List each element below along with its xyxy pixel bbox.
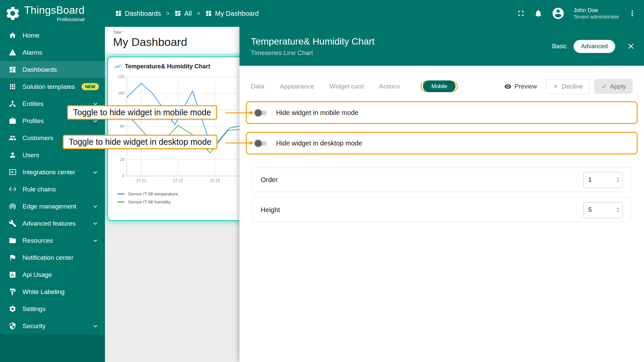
sidebar-item-label: Profiles [22, 117, 44, 125]
sidebar-item-label: Rule chains [22, 186, 56, 193]
sidebar-item-notification-center[interactable]: Notification center [0, 249, 105, 266]
sidebar-item-label: Dashboards [22, 66, 57, 73]
sidebar-item-settings[interactable]: Settings [0, 300, 105, 317]
sidebar-item-label: Api Usage [22, 271, 52, 279]
svg-text:17:21: 17:21 [136, 178, 146, 183]
sidebar-item-label: Resources [22, 237, 53, 244]
details-title: Temperature& Humidity Chart [251, 36, 375, 47]
timeseries-chart: 02040608010012017:2117:2217:23 [114, 74, 239, 186]
home-icon [9, 32, 16, 39]
notifications-bell-icon[interactable] [534, 9, 543, 18]
callout-connector-line [225, 142, 253, 143]
height-field-label: Height [261, 206, 280, 214]
sidebar: Home Alarms Dashboards Solution template… [0, 27, 105, 362]
decline-button[interactable]: Decline [546, 79, 590, 94]
order-stepper[interactable]: ▲▼ [616, 172, 623, 188]
hide-widget-desktop-toggle[interactable] [255, 140, 267, 147]
details-subtitle: Timeseries Line Chart [251, 49, 375, 57]
logo-title: ThingsBoard [24, 5, 85, 15]
legend-label: Sensor IT-56 humidity [128, 199, 170, 204]
chevron-down-icon [92, 169, 99, 176]
sidebar-item-api-usage[interactable]: Api Usage [0, 266, 105, 283]
tab-actions[interactable]: Actions [379, 83, 400, 90]
logo-subtitle: Professional [57, 16, 85, 22]
sidebar-item-dashboards[interactable]: Dashboards [0, 61, 105, 78]
dashboard-title-input[interactable]: My Dashboard [113, 36, 239, 49]
required-asterisk: * [121, 30, 123, 35]
flag-icon [9, 254, 16, 261]
kebab-menu-icon[interactable] [628, 9, 637, 18]
dashboard-icon [174, 10, 181, 17]
fullscreen-icon[interactable] [517, 9, 525, 18]
tab-data[interactable]: Data [251, 83, 264, 90]
sidebar-item-label: Users [22, 152, 39, 159]
breadcrumb-label: All [184, 10, 192, 17]
tab-appearance[interactable]: Appearance [280, 83, 314, 90]
svg-text:100: 100 [118, 91, 124, 96]
chevron-down-icon [92, 203, 99, 210]
order-field-label: Order [261, 176, 278, 184]
code-brackets-icon [9, 185, 16, 193]
sidebar-item-rule-chains[interactable]: Rule chains [0, 181, 105, 198]
sidebar-item-label: Solution templates [22, 83, 75, 90]
humidity-series-swatch [117, 201, 125, 202]
callout-hide-mobile: Toggle to hide widget in mobile mode [67, 105, 217, 120]
sidebar-item-advanced-features[interactable]: Advanced features [0, 215, 105, 232]
svg-text:17:23: 17:23 [210, 178, 220, 183]
sidebar-item-label: Settings [22, 305, 46, 313]
sidebar-item-label: Customers [22, 134, 53, 142]
mobile-settings-fields: Order ▲▼ Height ▲▼ [252, 168, 631, 222]
avatar[interactable] [551, 7, 565, 20]
tab-mobile[interactable]: Mobile [423, 80, 455, 92]
height-field-row: Height ▲▼ [252, 198, 631, 222]
paint-icon [9, 288, 16, 296]
chevron-down-icon [92, 220, 99, 227]
topbar: ThingsBoard Professional Dashboards > Al… [0, 0, 644, 27]
sidebar-item-resources[interactable]: Resources [0, 232, 105, 249]
warning-icon [9, 49, 16, 56]
close-button[interactable] [627, 42, 635, 51]
callout-connector-dot [250, 111, 253, 114]
temperature-series-swatch [117, 193, 125, 194]
sidebar-item-integrations-center[interactable]: Integrations center [0, 164, 105, 181]
toggle-label: Hide widget in mobile mode [276, 109, 359, 117]
sidebar-item-label: White Labeling [22, 288, 65, 296]
preview-button[interactable]: Preview [500, 79, 541, 94]
app-logo: ThingsBoard Professional [0, 5, 105, 22]
sidebar-item-label: Home [22, 32, 40, 39]
sidebar-item-edge-management[interactable]: Edge management [0, 198, 105, 215]
widget-details-panel: Temperature& Humidity Chart Timeseries L… [239, 27, 644, 362]
basic-mode-option[interactable]: Basic [546, 40, 573, 53]
sidebar-item-label: Entities [22, 100, 43, 108]
breadcrumb-dashboards[interactable]: Dashboards [115, 10, 161, 17]
breadcrumb-my-dashboard[interactable]: My Dashboard [205, 10, 259, 17]
sidebar-item-home[interactable]: Home [0, 27, 105, 44]
settings-toolbar: Data Appearance Widget card Actions Mobi… [251, 78, 633, 95]
dashboard-icon [9, 66, 16, 73]
apply-button[interactable]: Apply [594, 79, 633, 94]
sidebar-item-security[interactable]: Security [0, 317, 105, 335]
order-field-row: Order ▲▼ [252, 168, 631, 192]
order-input-box: ▲▼ [583, 172, 623, 188]
sidebar-item-solution-templates[interactable]: Solution templates NEW [0, 78, 105, 95]
close-icon [627, 42, 635, 51]
mobile-tab-highlight-outline: Mobile [421, 81, 458, 92]
tab-widget-card[interactable]: Widget card [330, 83, 364, 90]
basic-advanced-toggle: Basic Advanced [546, 40, 615, 53]
callout-hide-desktop: Toggle to hide widget in desktop mode [63, 135, 217, 149]
hide-widget-mobile-toggle[interactable] [255, 109, 267, 116]
sidebar-item-white-labeling[interactable]: White Labeling [0, 283, 105, 300]
legend-item[interactable]: Sensor IT-56 temperature [117, 191, 239, 196]
height-input[interactable] [584, 202, 612, 218]
breadcrumb-all[interactable]: All [174, 10, 192, 17]
height-stepper[interactable]: ▲▼ [616, 202, 623, 218]
device-hub-icon [9, 100, 16, 108]
sidebar-item-alarms[interactable]: Alarms [0, 44, 105, 61]
advanced-mode-option[interactable]: Advanced [574, 40, 615, 53]
order-input[interactable] [584, 172, 612, 188]
sidebar-footer [0, 335, 105, 362]
shield-icon [9, 322, 16, 330]
legend-item[interactable]: Sensor IT-56 humidity [117, 199, 239, 204]
chevron-down-icon [92, 322, 99, 330]
check-icon [601, 83, 607, 89]
